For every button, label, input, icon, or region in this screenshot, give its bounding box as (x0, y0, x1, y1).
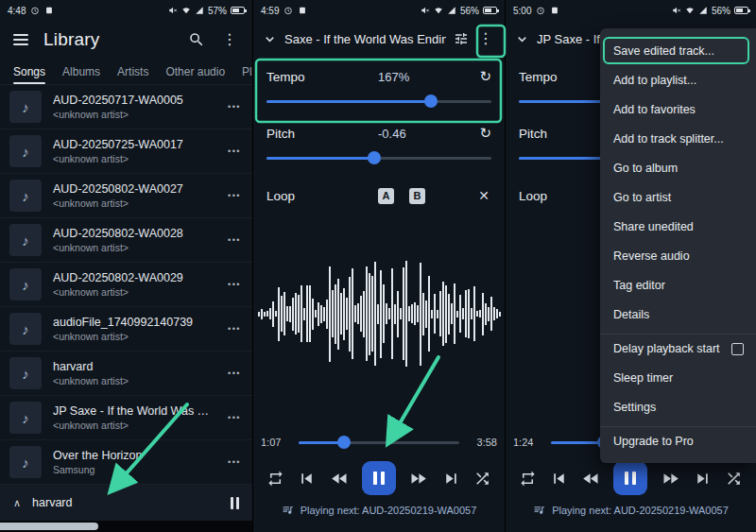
track-more-icon[interactable]: ••• (216, 369, 252, 378)
fast-forward-icon[interactable] (661, 469, 680, 489)
search-icon[interactable] (188, 31, 205, 48)
chevron-down-icon[interactable] (263, 32, 277, 46)
menu-item[interactable]: Reverse audio (600, 241, 756, 270)
menu-item-label: Details (613, 308, 649, 321)
track-more-icon[interactable]: ••• (216, 191, 252, 200)
scrollbar-thumb[interactable] (0, 523, 98, 530)
track-artist: <unknown artist> (53, 331, 216, 342)
menu-item[interactable]: Settings (600, 392, 756, 421)
track-more-icon[interactable]: ••• (216, 102, 252, 112)
waveform[interactable] (257, 253, 501, 374)
previous-track-icon[interactable] (549, 469, 569, 489)
shuffle-icon[interactable] (725, 470, 743, 488)
reset-icon[interactable]: ↻ (472, 125, 491, 142)
track-more-icon[interactable]: ••• (216, 457, 252, 467)
menu-item-label: Add to playlist... (613, 74, 696, 87)
rewind-icon[interactable] (581, 469, 601, 489)
menu-icon[interactable] (13, 34, 28, 45)
menu-item[interactable]: Go to album (600, 153, 756, 182)
chevron-up-icon[interactable]: ∧ (13, 497, 21, 509)
menu-item-label: Go to album (613, 162, 678, 175)
menu-item[interactable]: Sleep timer (600, 363, 756, 392)
list-item[interactable]: ♪ Over the Horizon Samsung ••• (0, 440, 252, 485)
track-artist: <unknown artist> (53, 375, 216, 386)
play-pause-button[interactable] (613, 461, 647, 495)
pause-icon[interactable] (231, 497, 239, 509)
music-note-icon: ♪ (22, 321, 29, 337)
loop-label: Loop (266, 189, 378, 203)
menu-item-label: Add to favorites (613, 103, 696, 116)
track-more-icon[interactable]: ••• (216, 235, 252, 245)
list-item[interactable]: ♪ AUD-20250717-WA0005 <unknown artist> •… (0, 85, 252, 129)
tab[interactable]: Albums (62, 59, 100, 84)
reset-icon[interactable]: ↻ (472, 68, 491, 85)
battery-icon (734, 7, 748, 14)
list-item[interactable]: ♪ audioFile_1740992140739 <unknown artis… (0, 307, 252, 352)
volume-mute-icon (421, 6, 430, 15)
rewind-icon[interactable] (330, 469, 350, 489)
overflow-menu-icon[interactable]: ⋮ (220, 32, 239, 47)
status-time: 4:48 (8, 6, 26, 16)
pitch-slider[interactable] (266, 147, 491, 168)
list-item[interactable]: ♪ AUD-20250802-WA0027 <unknown artist> •… (0, 174, 252, 218)
tab[interactable]: Other audio (165, 59, 225, 84)
status-time: 5:00 (513, 6, 531, 16)
track-title: AUD-20250802-WA0027 (53, 182, 216, 196)
track-more-icon[interactable]: ••• (216, 146, 252, 156)
shuffle-icon[interactable] (473, 470, 491, 488)
menu-item[interactable]: Add to favorites (600, 94, 756, 124)
library-header: Library ⋮ (0, 21, 252, 59)
fast-forward-icon[interactable] (408, 469, 428, 489)
menu-item[interactable]: Tag editor (600, 270, 756, 300)
menu-item[interactable]: Go to artist (600, 182, 756, 212)
slider-thumb[interactable] (337, 436, 351, 449)
mini-player[interactable]: ∧ harvard (0, 485, 252, 521)
list-item[interactable]: ♪ AUD-20250725-WA0017 <unknown artist> •… (0, 129, 252, 174)
status-time: 4:59 (261, 6, 279, 16)
track-thumbnail: ♪ (9, 135, 42, 167)
tempo-slider[interactable] (266, 91, 491, 112)
loop-b-button[interactable]: B (409, 188, 425, 204)
bottom-strip (0, 521, 252, 532)
repeat-icon[interactable] (519, 470, 537, 488)
tab[interactable]: Play (242, 59, 252, 84)
tune-icon[interactable] (454, 31, 469, 46)
track-thumbnail: ♪ (9, 313, 42, 345)
list-item[interactable]: ♪ JP Saxe - If the World Was End... <unk… (0, 396, 252, 440)
tab-label: Other audio (165, 65, 225, 78)
close-icon[interactable]: ✕ (478, 188, 491, 203)
list-item[interactable]: ♪ AUD-20250802-WA0029 <unknown artist> •… (0, 263, 252, 307)
checkbox[interactable] (731, 343, 744, 355)
repeat-icon[interactable] (266, 470, 284, 488)
list-item[interactable]: ♪ AUD-20250802-WA0028 <unknown artist> •… (0, 218, 252, 263)
slider-thumb[interactable] (368, 151, 381, 164)
loop-row: Loop A B ✕ (266, 181, 491, 210)
track-title: AUD-20250802-WA0029 (53, 271, 216, 284)
track-title: Saxe - If the World Was Ending ( (284, 32, 446, 46)
song-list: ♪ AUD-20250717-WA0005 <unknown artist> •… (0, 85, 252, 485)
track-more-icon[interactable]: ••• (216, 413, 252, 422)
track-more-icon[interactable]: ••• (216, 324, 252, 334)
slider-thumb[interactable] (424, 94, 438, 108)
track-more-icon[interactable]: ••• (216, 280, 252, 289)
menu-item[interactable]: Add to playlist... (600, 65, 756, 94)
chevron-down-icon[interactable] (515, 32, 529, 46)
next-track-icon[interactable] (441, 469, 461, 489)
play-pause-button[interactable] (362, 461, 396, 495)
menu-item[interactable]: Save edited track... (600, 36, 756, 65)
menu-item[interactable]: Delay playback start (600, 334, 756, 363)
menu-item[interactable]: Details (600, 300, 756, 329)
previous-track-icon[interactable] (297, 469, 317, 489)
tab[interactable]: Artists (117, 59, 148, 84)
menu-item[interactable]: Share unedited (600, 212, 756, 241)
seek-slider[interactable] (299, 432, 459, 453)
tab[interactable]: Songs (13, 59, 45, 84)
loop-a-button[interactable]: A (378, 188, 394, 204)
menu-item[interactable]: Upgrade to Pro (600, 426, 756, 455)
next-track-icon[interactable] (693, 469, 713, 489)
library-tabs: Songs Albums Artists Other audio Play (0, 59, 252, 85)
track-title: audioFile_1740992140739 (53, 316, 216, 329)
list-item[interactable]: ♪ harvard <unknown artist> ••• (0, 352, 252, 396)
menu-item[interactable]: Add to track splitter... (600, 124, 756, 153)
overflow-menu-icon[interactable]: ⋮ (476, 31, 495, 46)
